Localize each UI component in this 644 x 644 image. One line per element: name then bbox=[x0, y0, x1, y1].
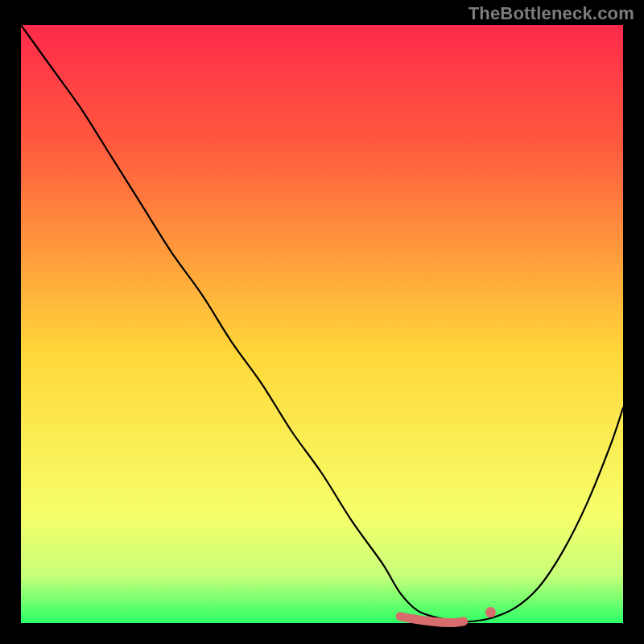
bottleneck-chart bbox=[0, 0, 644, 644]
plot-area bbox=[21, 25, 623, 623]
watermark-text: TheBottleneck.com bbox=[469, 3, 634, 24]
chart-stage: TheBottleneck.com bbox=[0, 0, 644, 644]
highlight-dot bbox=[485, 607, 496, 617]
